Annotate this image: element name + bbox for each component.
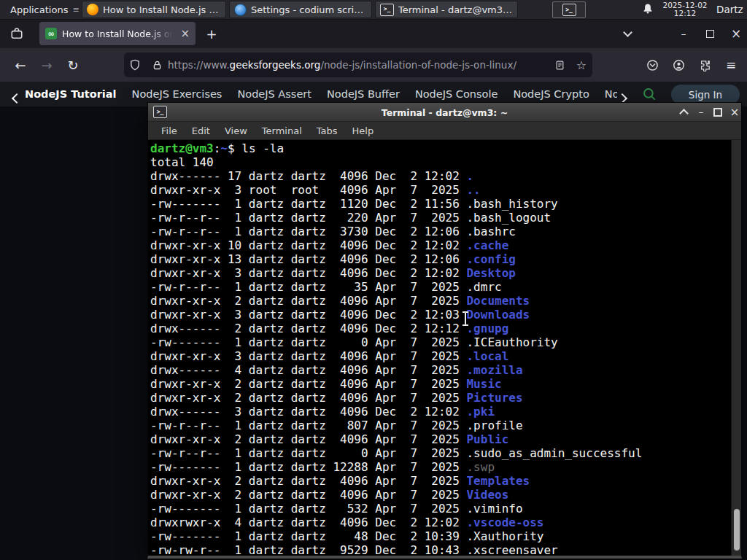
- terminal-maximize-button[interactable]: [710, 104, 726, 120]
- pocket-icon[interactable]: [640, 53, 664, 77]
- browser-maximize-button[interactable]: [700, 24, 720, 43]
- ls-row: drwxr-xr-x 2 dartz dartz 4096 Apr 7 2025…: [150, 391, 740, 405]
- menu-edit[interactable]: Edit: [185, 125, 217, 136]
- menu-lines-icon: ≡: [72, 5, 78, 15]
- chevron-down-icon: [623, 28, 632, 37]
- bookmark-star-icon[interactable]: ☆: [570, 58, 592, 72]
- total-line: total 140: [150, 155, 740, 169]
- nav-item[interactable]: NodeJS Exercises: [132, 88, 222, 100]
- nav-scroll-left-button[interactable]: [13, 91, 20, 105]
- back-button[interactable]: ←: [9, 53, 32, 77]
- browser-tab-active[interactable]: ∞ How to Install Node.js on ×: [39, 22, 196, 45]
- top-panel: Applications ≡ How to Install Node.js o.…: [0, 0, 747, 20]
- terminal-minimize-button[interactable]: –: [693, 104, 709, 120]
- menu-file[interactable]: File: [154, 125, 185, 136]
- ls-row: -rw-r--r-- 1 dartz dartz 0 Apr 7 2025 .s…: [150, 446, 740, 460]
- ls-row: -rw-r--r-- 1 dartz dartz 220 Apr 7 2025 …: [150, 211, 740, 225]
- tracking-shield-icon[interactable]: [124, 59, 146, 71]
- workspace-terminal-thumbnail-icon: >_: [562, 4, 576, 16]
- menu-hamburger-icon[interactable]: ≡: [719, 53, 743, 77]
- ls-row: drwx------ 4 dartz dartz 4096 Apr 7 2025…: [150, 363, 740, 377]
- ls-row: drwxr-xr-x 3 dartz dartz 4096 Dec 2 12:0…: [150, 308, 740, 322]
- ls-row: drwx------ 2 dartz dartz 4096 Dec 2 12:1…: [150, 322, 740, 335]
- maximize-icon: [713, 108, 722, 117]
- list-all-tabs-button[interactable]: [617, 24, 638, 43]
- ls-row: drwxr-xr-x 3 dartz dartz 4096 Dec 2 12:0…: [150, 266, 740, 280]
- taskbar-window-label: How to Install Node.js o...: [103, 4, 221, 15]
- menu-help[interactable]: Help: [345, 125, 382, 136]
- menu-view[interactable]: View: [217, 125, 255, 136]
- terminal-output[interactable]: dartz@vm3:~$ ls -latotal 140drwx------ 1…: [149, 140, 740, 556]
- sign-in-button[interactable]: Sign In: [671, 85, 740, 104]
- terminal-scrollbar[interactable]: [731, 140, 741, 556]
- ls-row: -rw-r--r-- 1 dartz dartz 35 Apr 7 2025 .…: [150, 280, 740, 294]
- ls-row: drwxr-xr-x 2 dartz dartz 4096 Apr 7 2025…: [150, 377, 740, 391]
- nav-item[interactable]: NodeJS DNS: [605, 88, 617, 100]
- terminal-title: Terminal - dartz@vm3: ~: [148, 103, 741, 122]
- url-text: https://www.geeksforgeeks.org/node-js/in…: [168, 59, 549, 71]
- toolbox-icon: [10, 27, 23, 40]
- ls-row: -rw-r--r-- 1 dartz dartz 807 Apr 7 2025 …: [150, 419, 740, 432]
- chevron-left-icon: [12, 93, 22, 104]
- applications-menu-button[interactable]: Applications ≡: [1, 1, 80, 18]
- user-menu[interactable]: Dartz: [716, 1, 743, 18]
- taskbar-window-firefox[interactable]: How to Install Node.js o...: [82, 1, 226, 18]
- chevron-up-icon: [679, 109, 689, 118]
- desktop: Applications ≡ How to Install Node.js o.…: [0, 0, 747, 560]
- forward-button[interactable]: →: [35, 53, 58, 77]
- terminal-close-button[interactable]: ×: [727, 104, 743, 120]
- ls-row: drwxr-xr-x 3 dartz dartz 4096 Apr 7 2025…: [150, 349, 740, 363]
- browser-minimize-button[interactable]: –: [673, 24, 694, 43]
- url-bar[interactable]: https://www.geeksforgeeks.org/node-js/in…: [124, 52, 592, 77]
- clock-time: 12:12: [657, 9, 713, 18]
- navigation-toolbar: ← → ↻ https://www.geeksforgeeks.org/node…: [0, 48, 747, 82]
- vscodium-icon: [234, 4, 247, 16]
- user-label: Dartz: [716, 4, 743, 15]
- ls-row: -rw------- 1 dartz dartz 12288 Apr 7 202…: [150, 460, 740, 474]
- menu-tabs[interactable]: Tabs: [309, 125, 345, 136]
- new-tab-button[interactable]: +: [203, 25, 220, 42]
- notification-bell-icon[interactable]: [642, 3, 655, 16]
- sign-in-label: Sign In: [689, 89, 722, 101]
- tab-close-icon[interactable]: ×: [180, 28, 190, 39]
- browser-close-button[interactable]: ×: [726, 24, 746, 43]
- text-cursor-pointer: [461, 311, 470, 326]
- reload-button[interactable]: ↻: [61, 53, 85, 77]
- taskbar-window-terminal[interactable]: >_ Terminal - dartz@vm3: ~: [375, 1, 518, 18]
- nav-item[interactable]: NodeJS Assert: [237, 88, 311, 100]
- nav-item[interactable]: NodeJS Console: [415, 88, 498, 100]
- terminal-menubar: FileEditViewTerminalTabsHelp: [148, 122, 741, 140]
- scrollbar-thumb[interactable]: [734, 509, 740, 551]
- ls-row: -rw------- 1 dartz dartz 48 Dec 2 10:39 …: [150, 529, 740, 543]
- ls-row: -rw-rw-r-- 1 dartz dartz 9529 Dec 2 10:4…: [150, 543, 740, 556]
- firefox-view-button[interactable]: [7, 24, 26, 43]
- account-icon[interactable]: [667, 53, 690, 77]
- tab-title: How to Install Node.js on: [62, 28, 175, 39]
- ls-row: drwxr-xr-x 2 dartz dartz 4096 Apr 7 2025…: [150, 294, 740, 308]
- nav-item[interactable]: NodeJS Crypto: [513, 88, 589, 100]
- terminal-window: >_ Terminal - dartz@vm3: ~ – × FileEditV…: [147, 102, 742, 559]
- taskbar-window-vscodium[interactable]: Settings - codium script...: [229, 1, 372, 18]
- nav-item[interactable]: NodeJS Tutorial: [25, 88, 117, 100]
- ls-row: drwx------ 3 dartz dartz 4096 Dec 2 12:0…: [150, 405, 740, 419]
- extensions-icon[interactable]: [693, 53, 716, 77]
- menu-terminal[interactable]: Terminal: [255, 125, 309, 136]
- taskbar-window-label: Terminal - dartz@vm3: ~: [398, 4, 513, 15]
- ls-row: -rw------- 1 dartz dartz 532 Apr 7 2025 …: [150, 502, 740, 516]
- ls-row: drwxr-xr-x 3 root root 4096 Apr 7 2025 .…: [150, 183, 740, 197]
- applications-label: Applications: [10, 4, 68, 15]
- site-search-button[interactable]: [642, 87, 657, 101]
- terminal-shade-button[interactable]: [676, 104, 692, 120]
- ls-row: -rw-r--r-- 1 dartz dartz 3730 Dec 2 12:0…: [150, 225, 740, 238]
- workspace-switcher[interactable]: >_: [552, 1, 586, 18]
- ls-row: drwx------ 17 dartz dartz 4096 Dec 2 12:…: [150, 169, 740, 183]
- reader-mode-icon[interactable]: [549, 60, 570, 71]
- prompt-line: dartz@vm3:~$ ls -la: [150, 141, 740, 155]
- terminal-titlebar[interactable]: >_ Terminal - dartz@vm3: ~ – ×: [148, 103, 741, 122]
- ls-row: drwxr-xr-x 13 dartz dartz 4096 Dec 2 12:…: [150, 252, 740, 266]
- nav-item[interactable]: NodeJS Buffer: [327, 88, 400, 100]
- ls-row: drwxr-xr-x 10 dartz dartz 4096 Dec 2 12:…: [150, 238, 740, 252]
- clock[interactable]: 2025-12-02 12:12: [657, 1, 713, 18]
- lock-icon[interactable]: [146, 60, 168, 71]
- ls-row: -rw------- 1 dartz dartz 1120 Dec 2 11:5…: [150, 197, 740, 211]
